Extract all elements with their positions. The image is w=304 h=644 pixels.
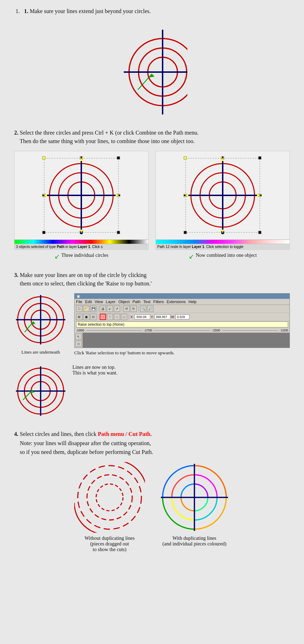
step3-click-caption: Click 'Raise selection to top' buttom to… [74,350,290,356]
step-2: 2. Select the three circles and press Ct… [14,129,290,260]
caption-lines-under: Lines are underneath [21,349,60,355]
tb-import[interactable]: ↙ [107,306,113,312]
coord-y-label: Y: [151,315,154,319]
step3-lower-arrow [14,365,67,418]
svg-rect-26 [184,156,187,159]
tb-new[interactable]: □ [76,306,82,312]
caption-right: ↙ Now combined into one object [156,253,290,260]
svg-rect-27 [258,156,261,159]
lower-to-bottom-button[interactable]: ↓↓ [121,314,127,320]
step3-lower: Lines are now on top. This is what you w… [14,365,290,419]
step-2-title: 2. Select the three circles and press Ct… [14,129,290,146]
inkscape-ruler: -1900 -1700 -1500 -1200 [75,328,290,333]
toolbar-row-1: □ 📂 💾 🖨 ↙ ↗ ↺ ↻ 🔍 🔎 [75,305,290,313]
step4-caption-left: Without duplicating lines (pieces dragge… [84,536,135,553]
toolbar-tooltip-row: Raise selection to top (Home) [75,321,290,328]
toolbar-row-2: ⊞ ▣ ⊡ ↑↑ ↑ ↓ ↓↓ X: Y: W: [75,313,290,321]
step-4: 4. Select circles and lines, then click … [14,430,290,553]
screenshot-right-svg [182,155,263,236]
tb-undo[interactable]: ↺ [123,306,130,312]
inkscape-titlebar: ▣ [75,294,290,299]
statusbar-right: Path 12 node In layer Layer 1. Click sel… [156,244,290,249]
step3-arrow-svg [14,293,67,346]
step-1-title: 1. 1. Make sure your lines extend just b… [24,7,290,16]
coord-x-label: X: [130,315,134,319]
caption-left: ↙ Three individual circles [14,253,148,260]
tb-sep5 [129,314,129,320]
raise-to-top-button[interactable]: ↑↑ [100,314,106,320]
raise-one-button[interactable]: ↑ [107,314,113,320]
step3-lower-caption: Lines are now on top. This is what you w… [72,365,117,376]
svg-rect-9 [117,156,120,159]
tb-group[interactable]: ▣ [83,314,89,320]
tb-zoom-in[interactable]: 🔍 [140,306,146,312]
step-3-content: Lines are underneath ▣ File Edit View La… [14,293,290,356]
step-2-captions: ↙ Three individual circles ↙ Now combine… [14,253,290,260]
svg-rect-28 [184,231,187,234]
step-1-diagram [14,19,290,118]
screenshot-left: 3 objects selected of type Path in layer… [14,151,148,250]
tb-sep2 [122,306,122,312]
lower-one-button[interactable]: ↓ [114,314,120,320]
screenshot-left-svg [41,155,122,236]
step3-left-panel: Lines are underneath [14,293,67,355]
tb-redo[interactable]: ↻ [130,306,137,312]
colorbar-left [14,240,148,244]
step1-svg [117,19,187,118]
coord-w-input[interactable] [175,314,189,319]
tb-sep1 [98,306,98,312]
step3-lower-row: Lines are now on top. This is what you w… [14,365,117,419]
step3-right-panel: ▣ File Edit View Layer Object Path Text … [74,293,290,356]
step4-left-svg [74,462,145,533]
screenshot-right-canvas [156,151,290,240]
svg-point-58 [87,475,132,520]
inkscape-toolbar: ▣ File Edit View Layer Object Path Text … [74,293,290,348]
tb-ungroup[interactable]: ⊡ [90,314,97,320]
step4-right-svg [159,462,230,533]
tb-align[interactable]: ⊞ [76,314,82,320]
step-2-screenshots: 3 objects selected of type Path in layer… [14,151,290,250]
step-3: 3. Make sure your lines are on top of th… [14,271,290,419]
svg-rect-11 [117,231,120,234]
step4-item-right: With duplicating lines (and individual p… [159,462,230,553]
tool-node[interactable]: ◇ [75,341,82,347]
raise-tooltip: Raise selection to top (Home) [76,321,288,327]
svg-rect-10 [42,231,45,234]
step3-diagram-under [14,293,67,348]
coord-w-label: W: [171,315,175,319]
coord-x-input[interactable] [134,314,150,319]
inkscape-menubar: File Edit View Layer Object Path Text Fi… [75,299,290,305]
step-1-number: 1. [16,7,20,16]
svg-rect-8 [42,156,45,159]
inkscape-canvas-area: ↖ ◇ [75,333,290,348]
inkscape-sidepanel: ↖ ◇ [75,333,83,348]
step-4-title: 4. Select circles and lines, then click … [14,430,290,457]
colorbar-right [156,240,290,244]
tb-sep4 [98,314,98,320]
tb-zoom-out[interactable]: 🔎 [147,306,153,312]
step3-diagram-top [14,365,67,419]
step4-item-left: Without duplicating lines (pieces dragge… [74,462,145,553]
tb-print[interactable]: 🖨 [100,306,106,312]
coord-y-input[interactable] [154,314,170,319]
step4-caption-right: With duplicating lines (and individual p… [163,536,227,547]
tb-export[interactable]: ↗ [114,306,120,312]
inkscape-canvas [83,333,290,348]
tb-save[interactable]: 💾 [90,306,97,312]
screenshot-right: Path 12 node In layer Layer 1. Click sel… [156,151,290,250]
statusbar-left: 3 objects selected of type Path in layer… [14,244,148,249]
svg-point-59 [96,484,123,511]
tool-select[interactable]: ↖ [75,333,82,340]
step-4-diagrams: Without duplicating lines (pieces dragge… [14,462,290,553]
step-1: 1. 1. Make sure your lines extend just b… [14,7,290,118]
tb-sep3 [138,306,139,312]
svg-rect-29 [258,231,261,234]
screenshot-left-canvas [14,151,148,240]
step-3-title: 3. Make sure your lines are on top of th… [14,271,290,288]
tb-open[interactable]: 📂 [83,306,89,312]
